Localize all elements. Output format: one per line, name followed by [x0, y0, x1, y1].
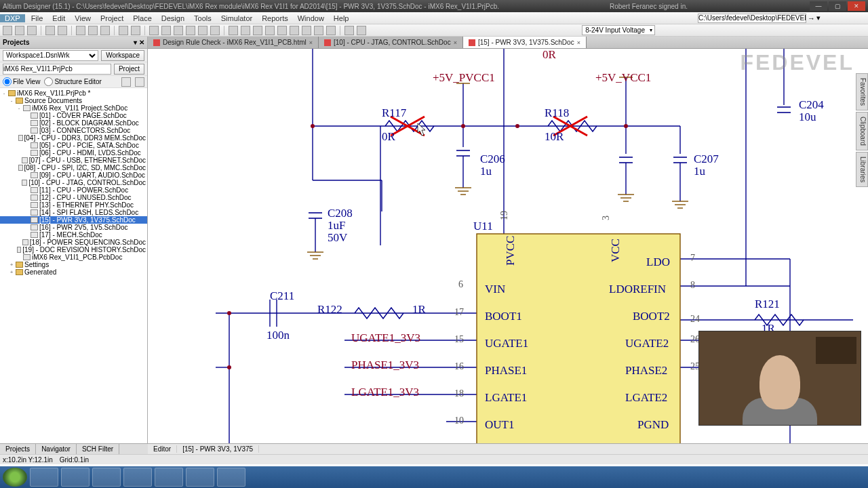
tree-item[interactable]: [16] - PWR 2V5, 1V5.SchDoc [0, 224, 147, 231]
panel-opt1-icon[interactable] [121, 77, 131, 87]
project-button[interactable]: Project [114, 64, 144, 75]
project-tree[interactable]: -iMX6 Rex_V1I1.PrjPcb *-Source Documents… [0, 88, 147, 455]
tool-undo-icon[interactable] [119, 26, 128, 35]
tree-item[interactable]: [07] - CPU - USB, ETHERNET.SchDoc [0, 157, 147, 164]
menu-simulator[interactable]: Simulator [216, 14, 257, 22]
workspace-button[interactable]: Workspace [101, 50, 144, 61]
tree-item[interactable]: +Generated [0, 268, 147, 276]
panel-opt2-icon[interactable] [135, 77, 144, 87]
variant-combo[interactable]: 8-24V Input Voltage [582, 25, 655, 35]
menu-reports[interactable]: Reports [257, 14, 293, 22]
tree-item[interactable]: [10] - CPU - JTAG, CONTROL.SchDoc [0, 179, 147, 186]
menu-place[interactable]: Place [128, 14, 157, 22]
tree-item[interactable]: [06] - CPU - HDMI, LVDS.SchDoc [0, 149, 147, 157]
tree-item[interactable]: [18] - POWER SEQUENCING.SchDoc [0, 239, 147, 246]
task-chrome[interactable] [30, 468, 58, 487]
left-tab-projects[interactable]: Projects [0, 444, 36, 454]
tree-item[interactable]: iMX6 Rex_V1I1_PCB.PcbDoc [0, 253, 147, 261]
tree-item[interactable]: [15] - PWR 3V3, 1V375.SchDoc [0, 216, 147, 224]
tool-array-icon[interactable] [326, 26, 336, 35]
tool-a-icon[interactable] [149, 26, 159, 35]
tree-item[interactable]: [14] - SPI FLASH, LEDS.SchDoc [0, 209, 147, 216]
tool-text-icon[interactable] [314, 26, 323, 35]
file-view-radio[interactable]: File View [3, 77, 40, 86]
tool-d-icon[interactable] [186, 26, 195, 35]
task-notepad[interactable] [61, 468, 90, 487]
taskbar [0, 466, 868, 488]
doc-tab[interactable]: Design Rule Check - iMX6 Rex_V1I1_PCB.ht… [148, 37, 319, 48]
menu-file[interactable]: File [26, 14, 48, 22]
dock-tab-libraries[interactable]: Libraries [856, 152, 868, 187]
tool-wire-icon[interactable] [229, 26, 238, 35]
path-search-input[interactable] [698, 14, 806, 23]
dock-tab-clipboard[interactable]: Clipboard [856, 112, 868, 150]
tool-redo-icon[interactable] [131, 26, 140, 35]
menu-help[interactable]: Help [329, 14, 354, 22]
tree-item[interactable]: +Settings [0, 261, 147, 268]
tool-b-icon[interactable] [161, 26, 171, 35]
tree-item[interactable]: [11] - CPU - POWER.SchDoc [0, 186, 147, 194]
workspace-select[interactable]: Workspace1.DsnWrk [3, 50, 98, 61]
tool-zoom-icon[interactable] [58, 26, 67, 35]
tree-item[interactable]: [05] - CPU - PCIE, SATA.SchDoc [0, 142, 147, 149]
doc-tab[interactable]: [15] - PWR 3V3, 1V375.SchDoc× [463, 37, 587, 48]
tree-item[interactable]: [08] - CPU - SPI, I2C, SD, MMC.SchDoc [0, 164, 147, 171]
tree-item[interactable]: -Source Documents [0, 97, 147, 104]
task-altium2[interactable] [217, 468, 245, 487]
tool-paste-icon[interactable] [100, 26, 110, 35]
tool-cut-icon[interactable] [76, 26, 85, 35]
search-dropdown-icon[interactable]: ▾ [816, 14, 821, 22]
menu-design[interactable]: Design [157, 14, 189, 22]
menu-view[interactable]: View [70, 14, 96, 22]
svg-text:UGATE1_3V3: UGATE1_3V3 [351, 331, 420, 344]
menu-edit[interactable]: Edit [47, 14, 70, 22]
tool-open-icon[interactable] [15, 26, 24, 35]
tree-item[interactable]: [19] - DOC REVISION HISTORY.SchDoc [0, 246, 147, 253]
structure-editor-radio[interactable]: Structure Editor [44, 77, 101, 86]
task-app1[interactable] [92, 468, 121, 487]
tree-item[interactable]: [01] - COVER PAGE.SchDoc [0, 112, 147, 119]
tool-red-x-icon[interactable] [344, 26, 354, 35]
menu-project[interactable]: Project [96, 14, 128, 22]
tree-item[interactable]: [17] - MECH.SchDoc [0, 231, 147, 239]
tool-bus-icon[interactable] [241, 26, 250, 35]
dock-tab-favorites[interactable]: Favorites [856, 73, 868, 110]
start-button[interactable] [3, 468, 27, 487]
close-button[interactable]: ✕ [848, 1, 865, 11]
tool-net-icon[interactable] [253, 26, 262, 35]
project-name-field[interactable] [3, 64, 111, 75]
tool-power-icon[interactable] [277, 26, 287, 35]
tree-item[interactable]: -iMX6 Rex_V1I1 Project.SchDoc [0, 104, 147, 112]
tool-e-icon[interactable] [198, 26, 208, 35]
doc-tab[interactable]: [10] - CPU - JTAG, CONTROL.SchDoc× [319, 37, 463, 48]
tree-item[interactable]: [13] - ETHERNET PHY.SchDoc [0, 201, 147, 209]
tree-item[interactable]: [04] - CPU - DDR3, DDR3 MEM.SchDoc [0, 134, 147, 142]
search-go-icon[interactable]: → [808, 14, 815, 22]
tree-item[interactable]: -iMX6 Rex_V1I1.PrjPcb * [0, 89, 147, 97]
task-altium1[interactable] [123, 468, 152, 487]
panel-menu-icon[interactable]: ▾ ✕ [134, 39, 144, 46]
tool-new-icon[interactable] [3, 26, 12, 35]
tree-item[interactable]: [12] - CPU - UNUSED.SchDoc [0, 194, 147, 201]
menu-tools[interactable]: Tools [189, 14, 216, 22]
tool-c-icon[interactable] [174, 26, 183, 35]
tree-item[interactable]: [09] - CPU - UART, AUDIO.SchDoc [0, 171, 147, 179]
tree-item[interactable]: [02] - BLOCK DIAGRAM.SchDoc [0, 119, 147, 127]
tool-print-icon[interactable] [45, 26, 55, 35]
task-java[interactable] [155, 468, 183, 487]
left-tab-navigator[interactable]: Navigator [36, 444, 77, 454]
tree-item[interactable]: [03] - CONNECTORS.SchDoc [0, 127, 147, 134]
tool-save-icon[interactable] [27, 26, 37, 35]
menu-window[interactable]: Window [293, 14, 329, 22]
tool-green-icon[interactable] [357, 26, 366, 35]
tool-copy-icon[interactable] [88, 26, 98, 35]
tool-part-icon[interactable] [290, 26, 299, 35]
task-app2[interactable] [186, 468, 214, 487]
tool-port-icon[interactable] [265, 26, 275, 35]
minimize-button[interactable]: — [810, 1, 827, 11]
tool-f-icon[interactable] [210, 26, 220, 35]
tool-sheet-icon[interactable] [302, 26, 311, 35]
maximize-button[interactable]: ▢ [829, 1, 846, 11]
menu-dxp[interactable]: DXP [0, 14, 25, 22]
left-tab-schfilter[interactable]: SCH Filter [77, 444, 119, 454]
